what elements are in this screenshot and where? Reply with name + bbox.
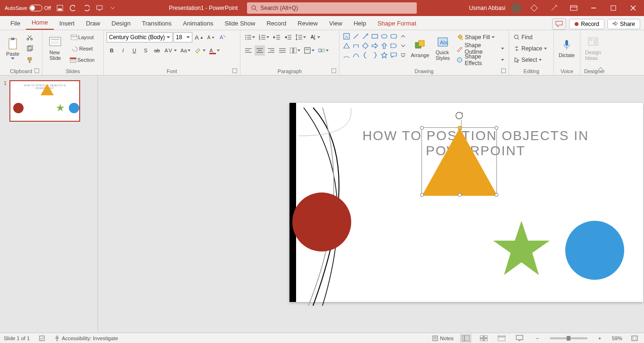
shrink-font-button[interactable]: A▼ <box>206 32 216 42</box>
shape-arrowline-icon[interactable] <box>361 32 370 41</box>
shape-more-up-icon[interactable] <box>399 32 407 41</box>
rotate-handle[interactable] <box>455 111 463 120</box>
slide-area[interactable]: HOW TO POSITION OBJECTS IN POWERPOINT <box>98 75 644 333</box>
shape-triangle-icon[interactable] <box>342 42 351 50</box>
new-slide-button[interactable]: New Slide <box>45 32 65 64</box>
change-case-button[interactable]: Aa <box>179 45 192 56</box>
shape-pentagon-icon[interactable] <box>389 42 398 50</box>
handle-nw[interactable] <box>420 126 424 130</box>
wand-icon[interactable] <box>547 1 561 15</box>
shape-outline-button[interactable]: Shape Outline <box>454 43 506 54</box>
highlight-button[interactable] <box>193 45 207 56</box>
shape-rbrace-icon[interactable] <box>371 51 379 59</box>
qat-more-icon[interactable] <box>108 4 117 12</box>
layout-button[interactable]: Layout <box>67 32 98 42</box>
accessibility-status[interactable]: Accessibility: Investigate <box>54 335 118 341</box>
handle-ne[interactable] <box>495 126 498 130</box>
fit-window-icon[interactable] <box>629 334 640 343</box>
reset-button[interactable]: Reset <box>67 43 98 54</box>
minimize-icon[interactable] <box>586 1 601 15</box>
shape-arc-icon[interactable] <box>342 51 351 59</box>
underline-button[interactable]: U <box>129 45 140 56</box>
tab-animations[interactable]: Animations <box>177 17 219 30</box>
maximize-icon[interactable] <box>606 1 620 15</box>
clipboard-dialog-icon[interactable] <box>34 68 39 73</box>
shape-uparrow-icon[interactable] <box>380 42 388 50</box>
zoom-slider[interactable] <box>550 337 587 339</box>
comments-button[interactable] <box>552 18 566 30</box>
shape-curve-icon[interactable] <box>352 51 360 59</box>
collapse-ribbon-icon[interactable] <box>595 64 606 74</box>
sorter-view-icon[interactable] <box>478 334 489 343</box>
slide-counter[interactable]: Slide 1 of 1 <box>4 335 30 341</box>
tab-shape-format[interactable]: Shape Format <box>372 17 422 30</box>
tab-draw[interactable]: Draw <box>80 17 106 30</box>
grow-font-button[interactable]: A▲ <box>193 32 205 42</box>
tab-design[interactable]: Design <box>106 17 136 30</box>
tab-file[interactable]: File <box>5 17 26 30</box>
diamond-icon[interactable] <box>527 1 541 15</box>
reading-view-icon[interactable] <box>496 334 507 343</box>
normal-view-icon[interactable] <box>460 334 471 343</box>
share-button[interactable]: Share <box>607 19 640 29</box>
shape-oval-icon[interactable] <box>380 32 388 41</box>
font-size-input[interactable]: 18 <box>173 32 192 42</box>
format-painter-button[interactable] <box>25 55 35 65</box>
shape-rect-icon[interactable] <box>371 32 379 41</box>
redo-icon[interactable] <box>82 4 91 12</box>
section-button[interactable]: Section <box>67 55 98 65</box>
user-name[interactable]: Usman Abbasi <box>469 5 505 11</box>
smartart-button[interactable] <box>317 45 330 56</box>
bold-button[interactable]: B <box>107 45 117 56</box>
adjust-handle[interactable] <box>458 126 462 130</box>
shape-arrow-icon[interactable] <box>371 42 379 50</box>
shape-callout-icon[interactable] <box>389 51 398 59</box>
align-text-button[interactable] <box>303 45 316 56</box>
copy-button[interactable] <box>25 43 35 54</box>
shape-lbrace-icon[interactable] <box>361 51 370 59</box>
tab-help[interactable]: Help <box>348 17 372 30</box>
triangle-shape[interactable] <box>422 128 497 196</box>
paste-button[interactable]: Paste <box>3 32 23 64</box>
columns-button[interactable] <box>289 45 302 56</box>
shape-line-icon[interactable] <box>352 32 360 41</box>
slideshow-view-icon[interactable] <box>514 334 525 343</box>
tab-review[interactable]: Review <box>292 17 323 30</box>
tab-slideshow[interactable]: Slide Show <box>219 17 261 30</box>
blue-circle-shape[interactable] <box>565 221 624 280</box>
shape-more-down-icon[interactable] <box>399 42 407 50</box>
shape-gallery-expand-icon[interactable] <box>399 51 407 59</box>
green-star-shape[interactable] <box>493 221 550 277</box>
justify-button[interactable] <box>277 45 288 56</box>
zoom-value[interactable]: 59% <box>612 335 622 341</box>
zoom-thumb[interactable] <box>567 336 570 341</box>
shape-textbox-icon[interactable]: A <box>342 32 351 41</box>
thumbnail-pane[interactable]: 1 HOW TO POSITION OBJECTS IN POWERPOINT … <box>0 75 98 333</box>
clear-format-button[interactable]: A <box>217 32 228 42</box>
dictate-button[interactable]: Dictate <box>557 32 577 64</box>
line-spacing-button[interactable] <box>294 32 307 42</box>
arrange-button[interactable]: Arrange <box>409 32 431 64</box>
handle-s[interactable] <box>458 193 462 197</box>
replace-button[interactable]: Replace <box>512 43 549 54</box>
avatar[interactable] <box>511 3 521 13</box>
bullets-button[interactable] <box>243 32 256 42</box>
paragraph-dialog-icon[interactable] <box>331 68 336 73</box>
shapes-gallery[interactable]: A <box>342 32 407 59</box>
handle-sw[interactable] <box>420 193 424 197</box>
slide-thumbnail[interactable]: HOW TO POSITION OBJECTS IN POWERPOINT ★ <box>9 80 80 122</box>
tab-home[interactable]: Home <box>26 16 54 30</box>
shape-effects-button[interactable]: Shape Effects <box>454 55 506 65</box>
align-left-button[interactable] <box>243 45 254 56</box>
tab-transitions[interactable]: Transitions <box>136 17 177 30</box>
design-ideas-button[interactable]: Design Ideas <box>583 32 603 64</box>
shape-roundrect-icon[interactable] <box>389 32 398 41</box>
save-icon[interactable] <box>56 4 64 12</box>
close-icon[interactable] <box>626 1 640 15</box>
zoom-out-icon[interactable]: − <box>532 334 543 343</box>
align-right-button[interactable] <box>266 45 276 56</box>
increase-indent-button[interactable] <box>283 32 293 42</box>
undo-icon[interactable] <box>69 4 77 12</box>
find-button[interactable]: Find <box>512 32 549 42</box>
cut-button[interactable] <box>25 32 35 42</box>
